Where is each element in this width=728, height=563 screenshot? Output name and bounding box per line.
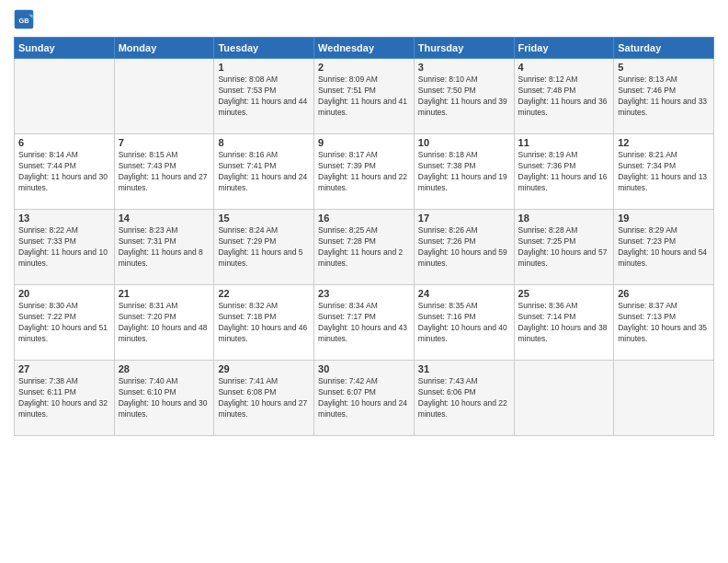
day-info: Sunrise: 8:16 AM Sunset: 7:41 PM Dayligh…: [218, 150, 310, 194]
day-number: 3: [418, 62, 510, 73]
day-number: 23: [318, 288, 410, 299]
day-info: Sunrise: 7:42 AM Sunset: 6:07 PM Dayligh…: [318, 376, 410, 420]
day-info: Sunrise: 8:09 AM Sunset: 7:51 PM Dayligh…: [318, 75, 410, 119]
calendar-cell: [114, 59, 214, 134]
calendar-cell: 17Sunrise: 8:26 AM Sunset: 7:26 PM Dayli…: [414, 210, 514, 285]
day-header-friday: Friday: [514, 38, 614, 59]
day-info: Sunrise: 8:14 AM Sunset: 7:44 PM Dayligh…: [18, 150, 110, 194]
calendar-cell: 8Sunrise: 8:16 AM Sunset: 7:41 PM Daylig…: [214, 134, 314, 210]
day-info: Sunrise: 8:15 AM Sunset: 7:43 PM Dayligh…: [119, 150, 210, 194]
calendar-cell: 15Sunrise: 8:24 AM Sunset: 7:29 PM Dayli…: [214, 210, 314, 285]
day-number: 28: [119, 363, 210, 374]
calendar-cell: 7Sunrise: 8:15 AM Sunset: 7:43 PM Daylig…: [114, 134, 214, 210]
calendar-cell: [15, 59, 115, 134]
day-header-thursday: Thursday: [414, 38, 514, 59]
calendar-cell: 16Sunrise: 8:25 AM Sunset: 7:28 PM Dayli…: [314, 210, 415, 285]
calendar-cell: 23Sunrise: 8:34 AM Sunset: 7:17 PM Dayli…: [314, 285, 415, 361]
calendar-cell: 2Sunrise: 8:09 AM Sunset: 7:51 PM Daylig…: [314, 59, 415, 134]
day-header-wednesday: Wednesday: [314, 38, 415, 59]
day-info: Sunrise: 7:43 AM Sunset: 6:06 PM Dayligh…: [418, 376, 510, 420]
day-number: 27: [18, 363, 110, 374]
logo-icon: GB: [14, 9, 34, 29]
calendar-cell: 12Sunrise: 8:21 AM Sunset: 7:34 PM Dayli…: [614, 134, 714, 210]
day-info: Sunrise: 8:28 AM Sunset: 7:25 PM Dayligh…: [518, 225, 610, 270]
calendar-cell: 1Sunrise: 8:08 AM Sunset: 7:53 PM Daylig…: [214, 59, 314, 134]
day-info: Sunrise: 7:38 AM Sunset: 6:11 PM Dayligh…: [18, 376, 110, 420]
calendar-cell: 31Sunrise: 7:43 AM Sunset: 6:06 PM Dayli…: [414, 361, 514, 436]
calendar-cell: 21Sunrise: 8:31 AM Sunset: 7:20 PM Dayli…: [114, 285, 214, 361]
calendar-cell: 25Sunrise: 8:36 AM Sunset: 7:14 PM Dayli…: [514, 285, 614, 361]
calendar-cell: 22Sunrise: 8:32 AM Sunset: 7:18 PM Dayli…: [214, 285, 314, 361]
svg-text:GB: GB: [19, 17, 29, 25]
day-info: Sunrise: 8:30 AM Sunset: 7:22 PM Dayligh…: [18, 301, 110, 345]
day-number: 20: [18, 288, 110, 299]
day-number: 24: [418, 288, 510, 299]
day-info: Sunrise: 8:19 AM Sunset: 7:36 PM Dayligh…: [518, 150, 610, 194]
calendar-table: SundayMondayTuesdayWednesdayThursdayFrid…: [14, 37, 714, 436]
day-number: 21: [119, 288, 210, 299]
calendar-cell: 30Sunrise: 7:42 AM Sunset: 6:07 PM Dayli…: [314, 361, 415, 436]
calendar-cell: 5Sunrise: 8:13 AM Sunset: 7:46 PM Daylig…: [614, 59, 714, 134]
calendar-cell: 18Sunrise: 8:28 AM Sunset: 7:25 PM Dayli…: [514, 210, 614, 285]
day-info: Sunrise: 8:18 AM Sunset: 7:38 PM Dayligh…: [418, 150, 510, 194]
day-info: Sunrise: 8:29 AM Sunset: 7:23 PM Dayligh…: [618, 225, 710, 270]
day-header-monday: Monday: [114, 38, 214, 59]
day-number: 8: [218, 137, 310, 148]
calendar-cell: 9Sunrise: 8:17 AM Sunset: 7:39 PM Daylig…: [314, 134, 415, 210]
day-number: 14: [119, 213, 210, 224]
calendar-cell: 4Sunrise: 8:12 AM Sunset: 7:48 PM Daylig…: [514, 59, 614, 134]
calendar-cell: 29Sunrise: 7:41 AM Sunset: 6:08 PM Dayli…: [214, 361, 314, 436]
day-info: Sunrise: 8:26 AM Sunset: 7:26 PM Dayligh…: [418, 225, 510, 270]
day-info: Sunrise: 8:10 AM Sunset: 7:50 PM Dayligh…: [418, 75, 510, 119]
day-number: 15: [218, 213, 310, 224]
day-info: Sunrise: 8:37 AM Sunset: 7:13 PM Dayligh…: [618, 301, 710, 345]
day-info: Sunrise: 8:23 AM Sunset: 7:31 PM Dayligh…: [119, 225, 210, 270]
logo: GB: [14, 9, 36, 29]
calendar-cell: 13Sunrise: 8:22 AM Sunset: 7:33 PM Dayli…: [15, 210, 115, 285]
calendar-cell: 28Sunrise: 7:40 AM Sunset: 6:10 PM Dayli…: [114, 361, 214, 436]
day-info: Sunrise: 8:13 AM Sunset: 7:46 PM Dayligh…: [618, 75, 710, 119]
day-info: Sunrise: 7:41 AM Sunset: 6:08 PM Dayligh…: [218, 376, 310, 420]
day-info: Sunrise: 8:35 AM Sunset: 7:16 PM Dayligh…: [418, 301, 510, 345]
day-info: Sunrise: 8:34 AM Sunset: 7:17 PM Dayligh…: [318, 301, 410, 345]
day-number: 11: [518, 137, 610, 148]
day-number: 26: [618, 288, 710, 299]
day-info: Sunrise: 7:40 AM Sunset: 6:10 PM Dayligh…: [119, 376, 210, 420]
day-info: Sunrise: 8:36 AM Sunset: 7:14 PM Dayligh…: [518, 301, 610, 345]
day-number: 2: [318, 62, 410, 73]
day-number: 18: [518, 213, 610, 224]
calendar-cell: 26Sunrise: 8:37 AM Sunset: 7:13 PM Dayli…: [614, 285, 714, 361]
day-info: Sunrise: 8:08 AM Sunset: 7:53 PM Dayligh…: [218, 75, 310, 119]
day-number: 13: [18, 213, 110, 224]
day-number: 31: [418, 363, 510, 374]
day-number: 7: [119, 137, 210, 148]
calendar-cell: 3Sunrise: 8:10 AM Sunset: 7:50 PM Daylig…: [414, 59, 514, 134]
day-number: 25: [518, 288, 610, 299]
calendar-cell: 24Sunrise: 8:35 AM Sunset: 7:16 PM Dayli…: [414, 285, 514, 361]
calendar-cell: [514, 361, 614, 436]
day-number: 6: [18, 137, 110, 148]
day-number: 29: [218, 363, 310, 374]
day-number: 5: [618, 62, 710, 73]
calendar-cell: 11Sunrise: 8:19 AM Sunset: 7:36 PM Dayli…: [514, 134, 614, 210]
calendar-cell: 19Sunrise: 8:29 AM Sunset: 7:23 PM Dayli…: [614, 210, 714, 285]
day-info: Sunrise: 8:17 AM Sunset: 7:39 PM Dayligh…: [318, 150, 410, 194]
day-header-saturday: Saturday: [614, 38, 714, 59]
calendar-cell: 27Sunrise: 7:38 AM Sunset: 6:11 PM Dayli…: [15, 361, 115, 436]
day-info: Sunrise: 8:12 AM Sunset: 7:48 PM Dayligh…: [518, 75, 610, 119]
calendar-cell: 6Sunrise: 8:14 AM Sunset: 7:44 PM Daylig…: [15, 134, 115, 210]
day-info: Sunrise: 8:22 AM Sunset: 7:33 PM Dayligh…: [18, 225, 110, 270]
day-info: Sunrise: 8:24 AM Sunset: 7:29 PM Dayligh…: [218, 225, 310, 270]
day-info: Sunrise: 8:32 AM Sunset: 7:18 PM Dayligh…: [218, 301, 310, 345]
day-number: 30: [318, 363, 410, 374]
day-header-sunday: Sunday: [15, 38, 115, 59]
day-number: 4: [518, 62, 610, 73]
day-number: 19: [618, 213, 710, 224]
calendar-cell: [614, 361, 714, 436]
day-info: Sunrise: 8:25 AM Sunset: 7:28 PM Dayligh…: [318, 225, 410, 270]
calendar-cell: 14Sunrise: 8:23 AM Sunset: 7:31 PM Dayli…: [114, 210, 214, 285]
day-info: Sunrise: 8:21 AM Sunset: 7:34 PM Dayligh…: [618, 150, 710, 194]
day-header-tuesday: Tuesday: [214, 38, 314, 59]
calendar-cell: 10Sunrise: 8:18 AM Sunset: 7:38 PM Dayli…: [414, 134, 514, 210]
day-info: Sunrise: 8:31 AM Sunset: 7:20 PM Dayligh…: [119, 301, 210, 345]
